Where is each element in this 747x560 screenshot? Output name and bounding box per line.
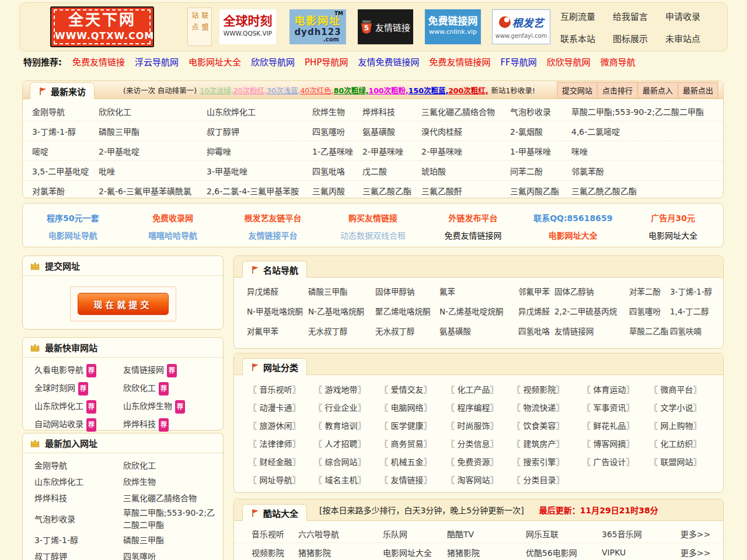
category-link[interactable]: 〖 分类信息〗 [446,438,512,449]
ad-link[interactable]: 电影网址导航 [23,229,123,241]
site-link[interactable]: 嘧啶 [32,145,99,157]
site-link[interactable]: 山东欣烨化工 [207,106,312,117]
html5-links-banner[interactable]: html 5 友情链接 [358,9,413,44]
recommend-link[interactable]: 友情免费链接网 [358,55,419,68]
recommend-link[interactable]: FF导航网 [500,55,536,68]
site-link[interactable]: 全球时刻网 [34,383,75,393]
ad-link[interactable]: 广告月30元 [623,212,723,223]
category-link[interactable]: 〖 体育运动〗 [582,383,650,395]
site-link[interactable]: 叔丁醇钾 [34,551,123,560]
ad-link[interactable]: 联系QQ:85618659 [523,212,623,223]
category-link[interactable]: 〖 建筑房产〗 [512,438,582,449]
category-link[interactable]: 〖 军事资讯〗 [582,401,650,413]
site-link[interactable]: 四氢噻吩 [123,551,223,560]
site-link[interactable]: N-甲基吡咯烷酮 [247,305,308,317]
ad-link[interactable]: 友情链接平台 [223,229,323,241]
site-link[interactable]: 3-丁烯-1-醇 [670,285,723,297]
site-link[interactable]: 固体甲醇钠 [375,285,439,297]
category-link[interactable]: 〖 视频影院〗 [512,383,582,395]
site-link[interactable]: 三氟乙酰乙酸乙酯 [571,185,723,197]
site-link[interactable]: 更多>> [680,528,723,540]
site-link[interactable]: 酷酷TV [447,528,526,540]
site-link[interactable]: 自动网站收录 [34,419,83,429]
site-link[interactable]: 三氟乙酸乙酯 [362,185,421,197]
site-link[interactable]: 欣欣化工 [123,460,223,472]
cnlink-banner[interactable]: 免费链接网 www.cnlink.vip [425,9,481,44]
header-nav-link[interactable]: 申请收录 [665,10,700,22]
site-link[interactable]: 抑霉唑 [207,145,312,157]
site-link[interactable]: 四氢呋喃 [670,325,723,337]
category-link[interactable]: 〖 时尚服饰〗 [446,419,512,431]
category-link[interactable]: 〖 法律律师〗 [249,438,314,449]
site-link[interactable]: VIPKU [602,548,680,557]
site-link[interactable]: 间苯二酚 [510,165,571,177]
site-link[interactable]: 氨基磺酸 [362,125,421,137]
header-nav-link[interactable]: 联系本站 [560,32,595,44]
qqsk-banner[interactable]: 全球时刻 WWW.QQSK.VIP [219,9,276,44]
category-link[interactable]: 〖 人才招聘〗 [314,438,380,449]
recommend-link[interactable]: 浮云导航网 [135,55,179,68]
category-link[interactable]: 〖 广告设计〗 [582,456,650,467]
category-link[interactable]: 〖 医学健康〗 [380,419,446,431]
site-link[interactable]: 对氟甲苯 [247,325,308,337]
site-link[interactable]: 草酸二甲酯;553-90-2;乙二酸二甲酯 [571,106,723,117]
category-link[interactable]: 〖 鲜花礼品〗 [582,419,650,431]
site-link[interactable]: 戊二酸 [362,165,421,177]
submit-now-button[interactable]: 现在就提交 [78,293,169,315]
category-link[interactable]: 〖 财经金融〗 [249,456,314,467]
header-nav-link[interactable]: 互刷流量 [560,10,595,22]
site-link[interactable]: 三氟化硼乙腈络合物 [421,106,510,117]
category-link[interactable]: 〖 饮食美容〗 [512,419,582,431]
site-link[interactable]: 邻氟甲苯 [518,285,554,297]
site-link[interactable]: 气泡秒收录 [510,106,571,117]
site-link[interactable]: 友情链接网 [554,325,629,337]
site-link[interactable]: 氟苯 [439,285,518,297]
site-link[interactable]: 更多>> [680,547,723,558]
category-link[interactable]: 〖 程序编程〗 [446,401,512,413]
category-link[interactable]: 〖 域名主机〗 [314,474,380,485]
site-link[interactable]: 2-甲基吡啶 [99,145,207,157]
ad-link[interactable]: 程序50元一套 [23,212,123,223]
site-link[interactable]: 草酸二乙酯 [629,325,670,337]
site-link[interactable]: N-乙基吡咯烷酮 [308,305,375,317]
site-link[interactable]: 琥珀酸 [421,165,510,177]
site-link[interactable]: 磷酸三甲酯 [99,125,207,137]
site-link[interactable]: 2-氟-6-三氟甲基苯磺酰氯 [99,185,207,197]
site-link[interactable]: 优酷56电影网 [526,547,602,558]
ad-link[interactable]: 嘻嘻哈哈导航 [123,229,222,241]
dydh123-banner[interactable]: TM 电影网址 dydh123 .com [289,9,346,44]
ad-link[interactable]: 电影网址大全 [623,229,723,241]
category-link[interactable]: 〖 物流快递〗 [512,401,582,413]
genfayi-banner[interactable]: 根发艺 www.genfayi.com [492,9,550,44]
ad-link[interactable]: 根发艺友链平台 [223,212,323,223]
latest-visits-action-button[interactable]: 最新点入 [638,83,677,97]
qtxw-logo-banner[interactable]: 全天下网 WWW.QTXW.COM [50,6,154,47]
site-link[interactable]: 山东欣烨化工 [34,476,123,488]
site-link[interactable]: 烨烨科技 [34,492,123,505]
site-link[interactable]: 叔丁醇钾 [207,125,312,137]
category-link[interactable]: 〖 化工纺织〗 [650,438,723,449]
site-link[interactable]: 金刚导航 [32,106,99,117]
tab-cool-sites[interactable]: 酷站大全 [242,504,307,521]
category-link[interactable]: 〖 化工产品〗 [446,383,512,395]
category-link[interactable]: 〖 文学小说〗 [650,401,723,413]
category-link[interactable]: 〖 免费资源〗 [446,456,512,467]
site-link[interactable]: 无水叔丁醇 [375,325,439,337]
category-link[interactable]: 〖 游戏地带〗 [314,383,380,395]
site-link[interactable]: 2-甲基咪唑 [362,145,421,157]
site-link[interactable]: 四氢吡咯 [312,165,362,177]
category-link[interactable]: 〖 分类目录〗 [512,474,582,485]
site-link[interactable]: 聚乙烯吡咯烷酮 [375,305,439,317]
site-link[interactable]: 氨基磺酸 [439,325,518,337]
site-link[interactable]: 磷酸三甲酯 [123,534,223,547]
category-link[interactable]: 〖 旅游休闲〗 [249,419,314,431]
site-link[interactable]: 音乐视听 [252,528,298,540]
site-link[interactable]: 咪唑 [571,145,723,157]
category-link[interactable]: 〖 教育培训〗 [314,419,380,431]
site-link[interactable]: 欣烨生物 [312,106,362,117]
category-link[interactable]: 〖 爱情交友〗 [380,383,446,395]
category-link[interactable]: 〖 联盟网站〗 [650,456,723,467]
recommend-link[interactable]: 欣欣导航网 [547,55,591,68]
ad-link[interactable]: 动态数据双线合租 [323,229,423,241]
site-link[interactable]: 2-甲基咪唑 [421,145,510,157]
